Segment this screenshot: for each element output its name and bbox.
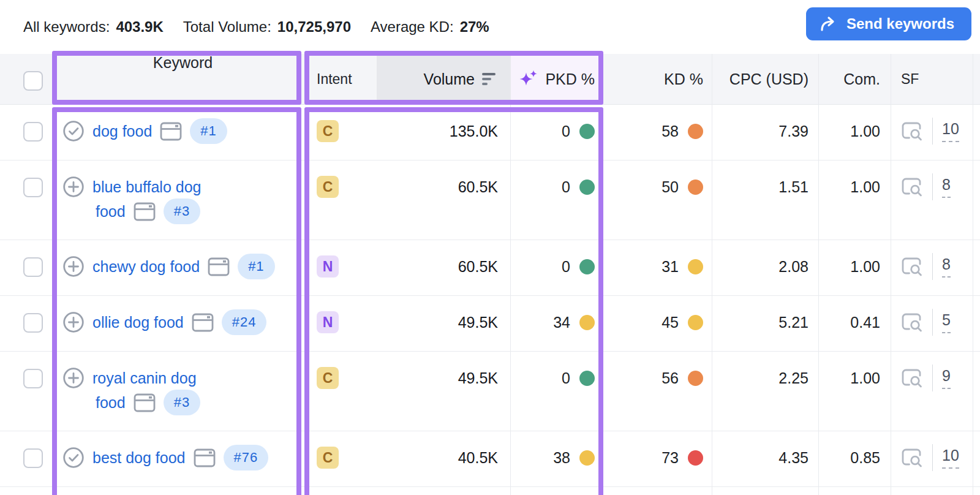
kd-cell: 56 bbox=[603, 352, 712, 431]
pkd-value: 0 bbox=[562, 123, 570, 140]
sf-cell: 9 bbox=[891, 352, 980, 431]
row-checkbox[interactable] bbox=[23, 313, 43, 333]
sf-count[interactable]: 10 bbox=[942, 120, 959, 142]
table-header-row: Keyword Intent Volume PKD % KD % CPC (US… bbox=[0, 54, 980, 105]
intent-cell: C bbox=[303, 161, 377, 240]
added-check-circle-icon[interactable] bbox=[62, 447, 85, 469]
sort-descending-icon[interactable] bbox=[482, 72, 498, 86]
keyword-link[interactable]: best dog food bbox=[92, 449, 186, 467]
column-header-pkd[interactable]: PKD % bbox=[510, 54, 603, 104]
com-value: 1.00 bbox=[850, 119, 880, 143]
table-row: ollie dog food #24 #24 N 49.5K 34 bbox=[0, 296, 980, 352]
keyword-link[interactable]: royal canin dog bbox=[92, 369, 197, 387]
cpc-value: 2.08 bbox=[778, 254, 809, 279]
sf-count[interactable]: 8 bbox=[942, 255, 951, 278]
serp-features-magnifier-icon[interactable] bbox=[901, 368, 923, 388]
send-keywords-button[interactable]: Send keywords bbox=[806, 7, 971, 40]
pkd-cell: 38 bbox=[510, 431, 603, 486]
keyword-link[interactable]: chewy dog food bbox=[92, 258, 200, 276]
column-header-kd[interactable]: KD % bbox=[603, 54, 712, 104]
rank-badge[interactable]: #3 bbox=[164, 390, 200, 415]
intent-badge: C bbox=[317, 447, 339, 469]
column-header-com[interactable]: Com. bbox=[818, 54, 891, 104]
pkd-difficulty-dot bbox=[579, 179, 595, 195]
row-checkbox[interactable] bbox=[23, 369, 43, 388]
sf-divider bbox=[932, 118, 933, 145]
serp-preview-icon[interactable] bbox=[134, 393, 156, 412]
cpc-cell: 7.39 bbox=[712, 105, 818, 160]
ai-sparkle-icon bbox=[518, 69, 539, 89]
cpc-cell: 1.51 bbox=[712, 161, 818, 240]
volume-cell: 49.5K bbox=[377, 296, 510, 351]
row-checkbox-cell bbox=[0, 161, 52, 240]
sf-cell: 10 bbox=[891, 105, 980, 160]
rank-badge[interactable]: #24 bbox=[222, 309, 267, 335]
cpc-value: 5.21 bbox=[778, 310, 809, 334]
serp-preview-icon[interactable] bbox=[160, 122, 182, 141]
serp-features-magnifier-icon[interactable] bbox=[901, 256, 923, 277]
added-check-circle-icon[interactable] bbox=[62, 120, 85, 142]
com-value: 0.85 bbox=[850, 445, 880, 470]
pkd-cell: 0 bbox=[510, 105, 603, 160]
intent-badge: N bbox=[317, 311, 339, 333]
kd-difficulty-dot bbox=[688, 315, 703, 330]
row-checkbox[interactable] bbox=[23, 257, 43, 277]
keyword-link[interactable]: food bbox=[96, 203, 126, 221]
table-row: royal canin dog #3 food #3 C 49.5K 0 bbox=[0, 352, 980, 431]
kd-cell: 45 bbox=[603, 296, 712, 351]
serp-features-magnifier-icon[interactable] bbox=[901, 312, 923, 333]
com-cell: 0.41 bbox=[818, 296, 891, 351]
column-header-intent[interactable]: Intent bbox=[303, 54, 377, 104]
intent-badge: C bbox=[317, 176, 339, 198]
header-checkbox-cell bbox=[0, 54, 52, 104]
kd-value: 73 bbox=[662, 449, 679, 467]
add-plus-circle-icon[interactable] bbox=[62, 176, 85, 198]
sf-count[interactable]: 9 bbox=[942, 367, 951, 389]
column-header-sf[interactable]: SF bbox=[891, 54, 980, 104]
cpc-value: 2.25 bbox=[778, 366, 809, 390]
sf-divider bbox=[932, 365, 933, 391]
keyword-link[interactable]: dog food bbox=[92, 123, 152, 140]
serp-preview-icon[interactable] bbox=[192, 313, 214, 332]
keyword-link[interactable]: ollie dog food bbox=[92, 314, 184, 331]
sf-count[interactable]: 5 bbox=[942, 311, 951, 333]
column-header-cpc[interactable]: CPC (USD) bbox=[712, 54, 818, 104]
keyword-link[interactable]: blue buffalo dog bbox=[92, 178, 201, 196]
volume-value: 49.5K bbox=[458, 310, 498, 334]
volume-value: 60.5K bbox=[458, 254, 498, 279]
sf-count[interactable]: 8 bbox=[942, 176, 951, 198]
intent-badge: C bbox=[317, 367, 339, 389]
row-checkbox[interactable] bbox=[23, 122, 43, 142]
rank-badge[interactable]: #3 bbox=[164, 198, 200, 224]
column-header-keyword[interactable]: Keyword bbox=[52, 54, 303, 104]
add-plus-circle-icon[interactable] bbox=[62, 367, 85, 389]
serp-features-magnifier-icon[interactable] bbox=[901, 176, 923, 197]
com-cell: 1.00 bbox=[818, 105, 891, 160]
cpc-cell: 4.35 bbox=[712, 431, 818, 486]
serp-preview-icon[interactable] bbox=[194, 448, 216, 467]
keyword-magic-tool-screen: All keywords: 403.9K Total Volume: 10,72… bbox=[0, 0, 980, 495]
serp-features-magnifier-icon[interactable] bbox=[901, 121, 923, 142]
kd-difficulty-dot bbox=[688, 371, 703, 386]
column-header-volume[interactable]: Volume bbox=[377, 54, 510, 104]
select-all-checkbox[interactable] bbox=[23, 71, 43, 91]
volume-cell: 49.5K bbox=[377, 352, 510, 431]
add-plus-circle-icon[interactable] bbox=[62, 255, 85, 278]
rank-badge[interactable]: #76 bbox=[224, 445, 269, 470]
com-cell: 1.00 bbox=[818, 161, 891, 240]
serp-preview-icon[interactable] bbox=[208, 257, 230, 276]
row-checkbox[interactable] bbox=[23, 178, 43, 197]
sf-divider bbox=[932, 309, 933, 336]
add-plus-circle-icon[interactable] bbox=[62, 311, 85, 333]
row-checkbox[interactable] bbox=[23, 448, 43, 468]
rank-badge[interactable]: #1 bbox=[238, 254, 274, 279]
keyword-link[interactable]: food bbox=[96, 394, 126, 412]
serp-preview-icon[interactable] bbox=[134, 202, 156, 221]
table-row: chewy dog food #1 #1 N 60.5K 0 bbox=[0, 240, 980, 296]
sf-count[interactable]: 10 bbox=[942, 447, 959, 469]
serp-features-magnifier-icon[interactable] bbox=[901, 447, 923, 468]
pkd-value: 0 bbox=[562, 178, 570, 196]
row-checkbox-cell bbox=[0, 352, 52, 431]
pkd-cell: 0 bbox=[510, 240, 603, 295]
rank-badge[interactable]: #1 bbox=[190, 118, 227, 144]
